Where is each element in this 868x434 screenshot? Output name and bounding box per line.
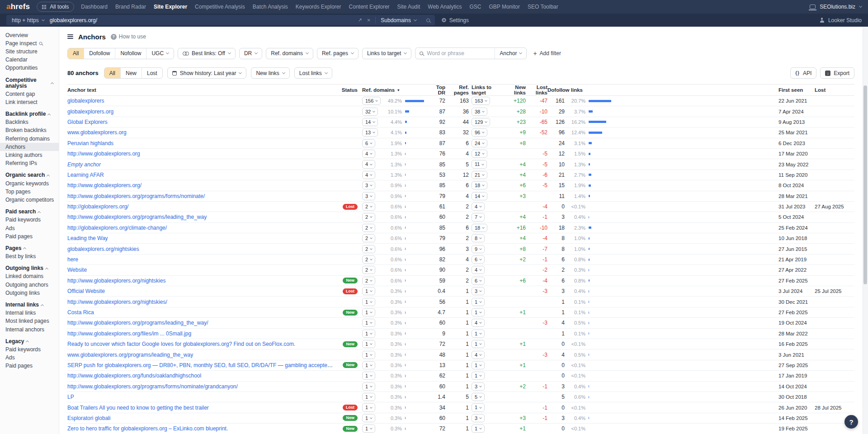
- links-to-target-select[interactable]: 163: [472, 97, 490, 105]
- nav-item-dashboard[interactable]: Dashboard: [81, 4, 108, 10]
- ahrefs-logo[interactable]: ahrefs: [6, 2, 30, 11]
- sidebar-section-competitive-analysis[interactable]: Competitive analysis: [0, 76, 59, 90]
- anchor-link[interactable]: http://www.globalexplorers.org: [67, 151, 140, 157]
- target-url-input[interactable]: globalexplorers.org/: [50, 17, 353, 24]
- ref-domains-select[interactable]: 1: [362, 319, 375, 327]
- word-phrase-input[interactable]: [423, 50, 495, 57]
- ref-domains-select[interactable]: 1: [362, 382, 375, 391]
- tab-dofollow[interactable]: Dofollow: [84, 48, 115, 59]
- anchor-link[interactable]: http://www.globalexplorers.org/programs/…: [67, 214, 207, 220]
- links-to-target-select[interactable]: 1: [472, 330, 485, 338]
- filter-dr[interactable]: DR: [239, 48, 262, 59]
- menu-icon[interactable]: [67, 34, 73, 39]
- anchor-link[interactable]: Global Explorers: [67, 119, 108, 125]
- protocol-mode-dropdown[interactable]: http + https: [6, 17, 50, 24]
- sidebar-item-paid-keywords[interactable]: Paid keywords: [0, 216, 59, 224]
- anchor-link[interactable]: LP: [67, 394, 74, 400]
- ref-domains-select[interactable]: 2: [362, 213, 375, 221]
- all-tools-button[interactable]: All tools: [37, 2, 74, 12]
- anchor-link[interactable]: here: [67, 256, 78, 263]
- links-to-target-select[interactable]: 1: [472, 340, 485, 348]
- show-history-dropdown[interactable]: Show history: Last year: [167, 67, 247, 79]
- sidebar-item-internal-links[interactable]: Internal links: [0, 309, 59, 317]
- search-submit-button[interactable]: [421, 19, 435, 22]
- links-to-target-select[interactable]: 11: [472, 160, 487, 168]
- anchor-link[interactable]: Ready to uncover which factor Google lov…: [67, 341, 295, 347]
- ref-domains-select[interactable]: 2: [362, 266, 375, 274]
- ref-domains-select[interactable]: 1: [362, 425, 375, 433]
- sidebar-item-anchors[interactable]: Anchors: [0, 143, 59, 151]
- sidebar-item-link-intersect[interactable]: Link intersect: [0, 98, 59, 106]
- sidebar-item-best-by-links[interactable]: Best by links: [0, 253, 59, 261]
- view-tab-all[interactable]: All: [104, 68, 120, 78]
- links-to-target-select[interactable]: 96: [472, 128, 487, 137]
- how-to-use-link[interactable]: ? How to use: [111, 33, 146, 40]
- links-to-target-select[interactable]: 7: [472, 213, 485, 221]
- links-to-target-select[interactable]: 1: [472, 298, 485, 306]
- anchor-link[interactable]: Costa Rica: [67, 309, 94, 316]
- filter-ref-pages[interactable]: Ref. pages: [317, 48, 359, 59]
- links-to-target-select[interactable]: 3: [472, 382, 485, 391]
- ref-domains-select[interactable]: 32: [362, 108, 378, 116]
- sidebar-item-outgoing-anchors[interactable]: Outgoing anchors: [0, 281, 59, 289]
- ref-domains-select[interactable]: 6: [362, 139, 375, 147]
- sidebar-item-outgoing-links[interactable]: Outgoing links: [0, 289, 59, 297]
- links-to-target-select[interactable]: 18: [472, 181, 487, 189]
- links-to-target-select[interactable]: 4: [472, 203, 485, 211]
- col-top-dr[interactable]: Top DR: [427, 85, 445, 95]
- anchor-link[interactable]: Zero to hero traffic for globalexplorers…: [67, 425, 228, 432]
- col-ref-pages[interactable]: Ref. pages: [445, 85, 469, 95]
- sidebar-item-broken-backlinks[interactable]: Broken backlinks: [0, 127, 59, 135]
- nav-item-batch-analysis[interactable]: Batch Analysis: [253, 4, 288, 10]
- anchor-link[interactable]: http://www.globalexplorers.org/nightskie…: [67, 278, 165, 284]
- sidebar-section-outgoing-links[interactable]: Outgoing links: [0, 264, 59, 273]
- ref-domains-select[interactable]: 2: [362, 234, 375, 242]
- anchor-link[interactable]: http://www.globalexplorers.org/: [67, 182, 142, 189]
- links-to-target-select[interactable]: 14: [472, 192, 487, 200]
- anchor-link[interactable]: SERP push for globalexplorers.org — DR80…: [67, 362, 339, 368]
- links-to-target-select[interactable]: 6: [472, 255, 485, 264]
- lost-links-dropdown[interactable]: Lost links: [294, 67, 332, 79]
- links-to-target-select[interactable]: 24: [472, 139, 487, 147]
- anchor-link[interactable]: Boat Trailers All you need to know to ge…: [67, 405, 209, 411]
- sidebar-section-organic-search[interactable]: Organic search: [0, 171, 59, 179]
- ref-domains-select[interactable]: 2: [362, 255, 375, 264]
- anchor-link[interactable]: www.globalexplorers.org: [67, 129, 127, 136]
- anchor-link[interactable]: www.globalexplorers.org/programs/leading…: [67, 352, 193, 358]
- sidebar-item-ads[interactable]: Ads: [0, 354, 59, 362]
- ref-domains-select[interactable]: 2: [362, 203, 375, 211]
- sidebar-section-paid-search[interactable]: Paid search: [0, 208, 59, 216]
- anchor-link[interactable]: Esploratori globali: [67, 415, 110, 421]
- ref-domains-select[interactable]: 4: [362, 150, 375, 158]
- anchor-link[interactable]: http://globalexplorers.org/: [67, 203, 128, 210]
- ref-domains-select[interactable]: 1: [362, 330, 375, 338]
- anchor-link[interactable]: http://www.globalexplorers.org/programs/…: [67, 320, 208, 326]
- sidebar-item-overview[interactable]: Overview: [0, 31, 59, 39]
- filter-best-links-off[interactable]: Best links: Off: [178, 48, 236, 59]
- sidebar-item-ads[interactable]: Ads: [0, 224, 59, 232]
- sidebar-item-referring-ips[interactable]: Referring IPs: [0, 160, 59, 168]
- nav-item-brand-radar[interactable]: Brand Radar: [115, 4, 146, 10]
- sidebar-section-backlink-profile[interactable]: Backlink profile: [0, 110, 59, 118]
- anchor-link[interactable]: Website: [67, 267, 87, 273]
- nav-item-gbp-monitor[interactable]: GBP Monitor: [489, 4, 519, 10]
- sidebar-item-paid-pages[interactable]: Paid pages: [0, 232, 59, 241]
- links-to-target-select[interactable]: 4: [472, 351, 485, 359]
- sidebar-item-most-linked-pages[interactable]: Most linked pages: [0, 317, 59, 326]
- ref-domains-select[interactable]: 2: [362, 245, 375, 253]
- help-button[interactable]: ?: [844, 415, 858, 429]
- sidebar-item-linking-authors[interactable]: Linking authors: [0, 151, 59, 159]
- ref-domains-select[interactable]: 1: [362, 287, 375, 295]
- links-to-target-select[interactable]: 9: [472, 245, 485, 253]
- nav-item-web-analytics[interactable]: Web Analytics: [428, 4, 462, 10]
- anchor-link[interactable]: http://www.globalexplorers.org/nightskie…: [67, 299, 167, 305]
- ref-domains-select[interactable]: 1: [362, 393, 375, 401]
- ref-domains-select[interactable]: 1: [362, 372, 375, 380]
- filter-links-to-target[interactable]: Links to target: [362, 48, 411, 59]
- sidebar-section-pages[interactable]: Pages: [0, 244, 59, 252]
- links-to-target-select[interactable]: 3: [472, 287, 485, 295]
- sidebar-item-internal-anchors[interactable]: Internal anchors: [0, 326, 59, 334]
- sidebar-section-legacy[interactable]: Legacy: [0, 337, 59, 345]
- filter-ref-domains[interactable]: Ref. domains: [266, 48, 313, 59]
- view-tab-lost[interactable]: Lost: [142, 68, 162, 78]
